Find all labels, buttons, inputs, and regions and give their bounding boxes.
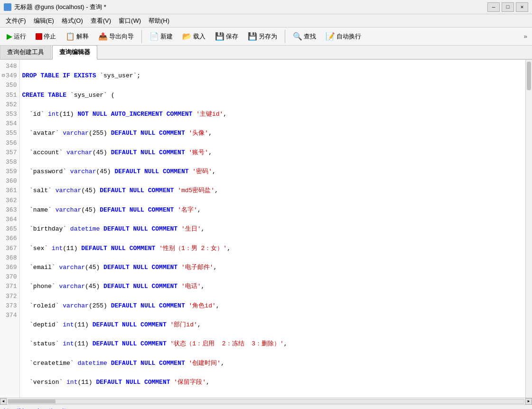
saveas-label: 另存为 <box>259 32 277 41</box>
line-num-357: 357 <box>0 148 19 158</box>
menu-help[interactable]: 帮助(H) <box>145 15 173 27</box>
save-icon: 💾 <box>215 32 224 41</box>
new-button[interactable]: 📄 新建 <box>146 30 177 43</box>
line-num-361: 361 <box>0 186 19 195</box>
line-num-356: 356 <box>0 139 19 148</box>
export-label: 导出向导 <box>109 32 134 41</box>
save-button[interactable]: 💾 保存 <box>211 30 242 43</box>
scroll-left-button[interactable]: ◄ <box>0 398 7 405</box>
save-label: 保存 <box>226 32 238 41</box>
saveas-button[interactable]: 💾 另存为 <box>244 30 281 43</box>
code-line-353: `password` varchar(45) DEFAULT NULL COMM… <box>22 167 523 177</box>
saveas-icon: 💾 <box>248 32 257 41</box>
code-line-351: `avatar` varchar(255) DEFAULT NULL COMME… <box>22 129 523 138</box>
menu-format[interactable]: 格式(O) <box>58 15 87 27</box>
minimize-button[interactable]: — <box>487 2 500 12</box>
line-num-374: 374 <box>0 311 19 320</box>
menu-edit[interactable]: 编辑(E) <box>30 15 58 27</box>
tab-query-editor[interactable]: 查询编辑器 <box>52 45 97 60</box>
menu-view[interactable]: 查看(V) <box>87 15 115 27</box>
code-line-363: `createtime` datetime DEFAULT NULL COMME… <box>22 359 523 368</box>
tabs-bar: 查询创建工具 查询编辑器 <box>0 46 532 60</box>
code-editor[interactable]: DROP TABLE IF EXISTS `sys_user`; CREATE … <box>20 60 525 398</box>
line-num-366: 366 <box>0 234 19 243</box>
load-label: 载入 <box>193 32 205 41</box>
stop-button[interactable]: 停止 <box>32 30 60 43</box>
toolbar-sep-1 <box>141 30 142 43</box>
code-line-350: `id` int(11) NOT NULL AUTO_INCREMENT COM… <box>22 110 523 119</box>
line-num-353: 353 <box>0 110 19 119</box>
scrollbar-vertical[interactable] <box>525 60 532 398</box>
line-num-362: 362 <box>0 196 19 205</box>
line-num-369: 369 <box>0 263 19 272</box>
code-line-358: `email` varchar(45) DEFAULT NULL COMMENT… <box>22 263 523 272</box>
code-line-359: `phone` varchar(45) DEFAULT NULL COMMENT… <box>22 282 523 291</box>
line-num-372: 372 <box>0 292 19 301</box>
line-num-348: 348 <box>0 62 19 71</box>
find-label: 查找 <box>304 32 316 41</box>
code-line-357: `sex` int(11) DEFAULT NULL COMMENT '性别（1… <box>22 244 523 253</box>
line-num-350: 350 <box>0 81 19 90</box>
tab-query-builder[interactable]: 查询创建工具 <box>0 45 51 59</box>
line-num-368: 368 <box>0 253 19 263</box>
editor-container: 348 ⊟349 350 351 352 353 354 355 356 357… <box>0 60 532 398</box>
window-controls: — □ ✕ <box>487 2 528 12</box>
line-num-354: 354 <box>0 119 19 129</box>
window-title: 无标题 @guns (localhost) - 查询 * <box>14 3 487 11</box>
code-line-354: `salt` varchar(45) DEFAULT NULL COMMENT … <box>22 186 523 195</box>
line-num-349: ⊟349 <box>0 71 19 81</box>
autowrap-button[interactable]: 📝 自动换行 <box>322 30 365 43</box>
scrollbar-horizontal[interactable]: ◄ ► <box>0 398 532 404</box>
status-url: https://blog.csdn.net/aaadttu <box>4 408 69 409</box>
code-line-349: CREATE TABLE `sys_user` ( <box>22 91 523 100</box>
toolbar-sep-2 <box>285 30 285 43</box>
stop-icon <box>36 33 42 40</box>
line-num-367: 367 <box>0 244 19 253</box>
code-line-356: `birthday` datetime DEFAULT NULL COMMENT… <box>22 224 523 234</box>
run-icon: ▶ <box>7 32 12 41</box>
line-num-373: 373 <box>0 301 19 311</box>
line-num-360: 360 <box>0 177 19 186</box>
autowrap-icon: 📝 <box>326 32 335 41</box>
line-num-363: 363 <box>0 205 19 215</box>
toolbar: ▶ 运行 停止 📋 解释 📤 导出向导 📄 新建 📂 载入 💾 保存 💾 另存为… <box>0 28 532 46</box>
toolbar-more[interactable]: » <box>522 33 529 40</box>
code-line-365: PRIMARY KEY (`id`) <box>22 397 523 398</box>
export-button[interactable]: 📤 导出向导 <box>94 30 138 43</box>
line-num-358: 358 <box>0 158 19 167</box>
maximize-button[interactable]: □ <box>502 2 514 12</box>
close-button[interactable]: ✕ <box>516 2 528 12</box>
line-num-370: 370 <box>0 272 19 282</box>
code-line-355: `name` varchar(45) DEFAULT NULL COMMENT … <box>22 205 523 215</box>
line-num-371: 371 <box>0 282 19 291</box>
scroll-right-button[interactable]: ► <box>525 398 532 405</box>
line-num-364: 364 <box>0 215 19 224</box>
collapse-icon-349[interactable]: ⊟ <box>2 71 5 81</box>
code-line-352: `account` varchar(45) DEFAULT NULL COMME… <box>22 148 523 158</box>
line-num-352: 352 <box>0 100 19 110</box>
scroll-track[interactable] <box>8 399 524 404</box>
scrollbar-h-thumb[interactable] <box>8 400 56 403</box>
autowrap-label: 自动换行 <box>336 32 361 41</box>
explain-button[interactable]: 📋 解释 <box>62 30 93 43</box>
line-num-365: 365 <box>0 224 19 234</box>
load-button[interactable]: 📂 载入 <box>178 30 209 43</box>
explain-icon: 📋 <box>65 32 75 41</box>
status-bar: https://blog.csdn.net/aaadttu <box>0 404 532 409</box>
code-line-361: `deptid` int(11) DEFAULT NULL COMMENT '部… <box>22 320 523 330</box>
scrollbar-v-thumb[interactable] <box>527 62 531 90</box>
menu-file[interactable]: 文件(F) <box>2 15 30 27</box>
code-line-360: `roleid` varchar(255) DEFAULT NULL COMME… <box>22 301 523 311</box>
line-num-359: 359 <box>0 167 19 177</box>
new-icon: 📄 <box>149 32 159 41</box>
menu-window[interactable]: 窗口(W) <box>115 15 145 27</box>
code-line-348: DROP TABLE IF EXISTS `sys_user`; <box>22 71 523 81</box>
find-button[interactable]: 🔍 查找 <box>289 30 320 43</box>
run-button[interactable]: ▶ 运行 <box>3 30 30 43</box>
app-icon <box>4 3 11 11</box>
title-bar: 无标题 @guns (localhost) - 查询 * — □ ✕ <box>0 0 532 14</box>
new-label: 新建 <box>160 32 173 41</box>
line-numbers: 348 ⊟349 350 351 352 353 354 355 356 357… <box>0 60 20 398</box>
stop-label: 停止 <box>44 32 56 41</box>
export-icon: 📤 <box>98 32 108 41</box>
